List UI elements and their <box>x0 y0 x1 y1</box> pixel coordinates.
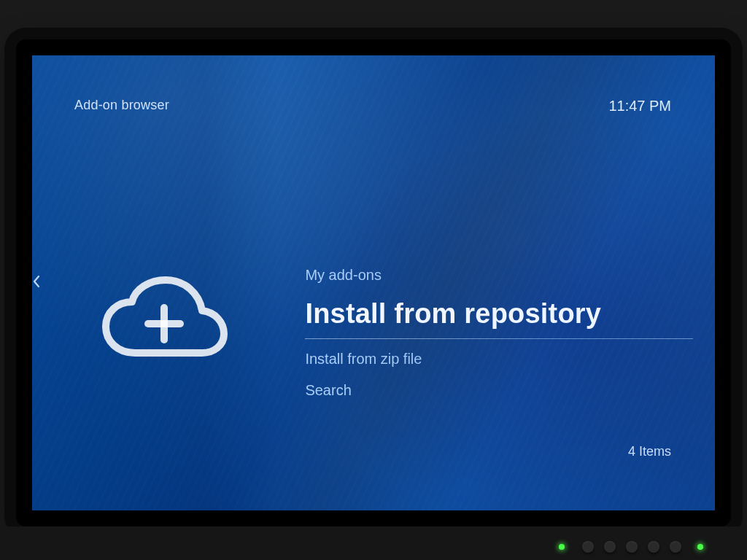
cloud-plus-icon <box>93 274 232 369</box>
page-title: Add-on browser <box>74 98 169 113</box>
menu-item-my-addons[interactable]: My add-ons <box>305 260 693 291</box>
monitor-button <box>582 541 594 553</box>
monitor-button <box>670 541 681 553</box>
power-led-icon <box>559 544 565 550</box>
menu-item-install-from-repository[interactable]: Install from repository <box>305 291 693 339</box>
addon-menu: My add-ons Install from repository Insta… <box>305 260 693 406</box>
screen: Add-on browser 11:47 PM My add-ons Insta… <box>32 55 715 510</box>
monitor-bezel: Add-on browser 11:47 PM My add-ons Insta… <box>16 39 731 526</box>
back-button[interactable] <box>32 274 43 292</box>
monitor-button <box>648 541 659 553</box>
items-count: 4 Items <box>628 444 671 459</box>
monitor-button <box>626 541 638 553</box>
monitor-hardware <box>0 526 747 560</box>
menu-item-install-from-zip[interactable]: Install from zip file <box>305 343 693 375</box>
monitor-button <box>604 541 616 553</box>
monitor-frame: Add-on browser 11:47 PM My add-ons Insta… <box>0 0 747 560</box>
status-led-icon <box>697 544 703 550</box>
menu-item-search[interactable]: Search <box>305 375 693 406</box>
clock: 11:47 PM <box>608 98 671 114</box>
chevron-left-icon <box>32 275 41 291</box>
